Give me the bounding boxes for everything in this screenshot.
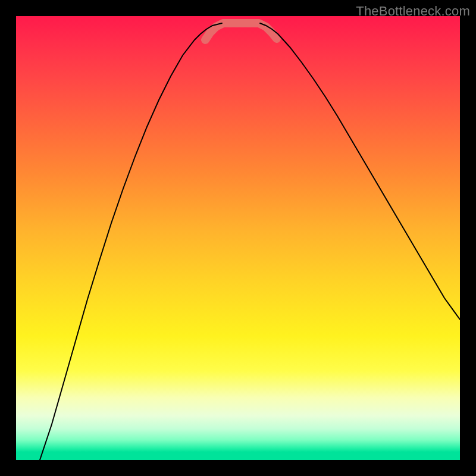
left-curve [40,23,222,460]
plot-area [16,16,460,460]
right-curve [260,23,460,320]
chart-frame: TheBottleneck.com [0,0,476,476]
curve-layer [16,16,460,460]
